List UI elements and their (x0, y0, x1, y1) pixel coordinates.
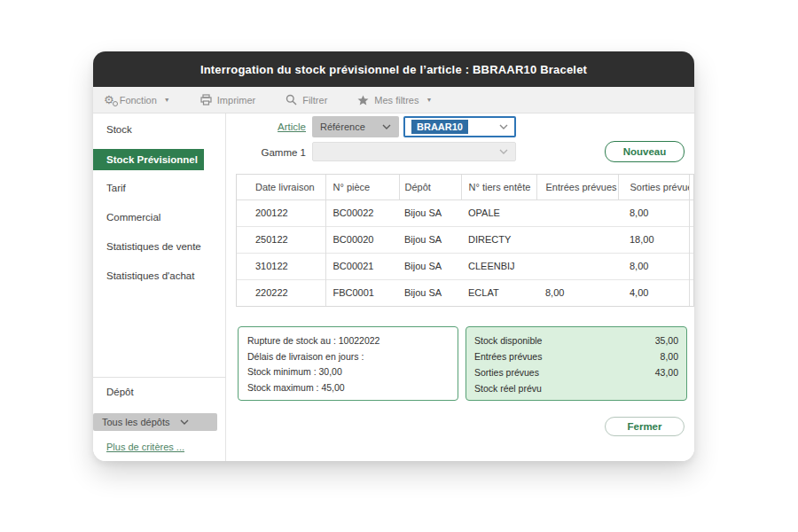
cell-entrees: 8,00 (536, 279, 618, 306)
stock-maximum-line: Stock maximum : 45,00 (247, 380, 449, 396)
depot-selector-value: Tous les dépôts (102, 417, 169, 427)
mes-filtres-label: Mes filtres (374, 95, 419, 106)
article-link[interactable]: Article (226, 121, 306, 132)
stock-reel-prevu-label: Stock réel prévu (474, 380, 542, 396)
star-icon (357, 95, 369, 106)
sidebar-item-stock-previsionnel[interactable]: Stock Prévisionnel (93, 149, 204, 170)
article-combobox-value: BRAAR10 (411, 120, 468, 134)
sorties-prevues-label: Sorties prévues (474, 364, 539, 380)
gamme-label: Gamme 1 (226, 147, 306, 158)
cell-piece: BC00020 (325, 226, 399, 253)
printer-icon (200, 94, 212, 106)
cell-depot: Bijou SA (399, 200, 461, 226)
cell-sorties: 18,00 (618, 226, 689, 253)
col-sorties-prevues[interactable]: Sorties prévues (618, 175, 689, 200)
article-combobox[interactable]: BRAAR10 (403, 116, 516, 137)
cell-depot: Bijou SA (399, 253, 461, 279)
entrees-prevues-label: Entrées prévues (474, 348, 542, 364)
gear-icon: ⚙ (104, 94, 114, 106)
cell-tiers: OPALE (461, 200, 536, 226)
cell-depot: Bijou SA (399, 226, 461, 253)
cell-piece: FBC0001 (325, 279, 399, 306)
table-header-strip (689, 175, 693, 200)
nouveau-button[interactable]: Nouveau (605, 141, 685, 162)
col-date-livraison[interactable]: Date livraison (237, 175, 325, 200)
col-tiers-entete[interactable]: N° tiers entête (461, 175, 536, 200)
chevron-down-icon (499, 124, 508, 129)
cell-strip (689, 200, 693, 226)
stock-disponible-label: Stock disponible (474, 332, 542, 348)
filtrer-button[interactable]: Filtrer (286, 94, 327, 106)
cell-sorties: 8,00 (618, 200, 689, 226)
col-no-piece[interactable]: N° pièce (325, 175, 399, 200)
window-title: Interrogation du stock prévisionnel de l… (200, 63, 587, 76)
sorties-prevues-value: 43,00 (655, 364, 678, 380)
cell-date: 250122 (237, 226, 325, 253)
summary-row: Sorties prévues 43,00 (474, 364, 678, 380)
cell-piece: BC00021 (325, 253, 399, 279)
stock-minimum-line: Stock minimum : 30,00 (247, 364, 449, 380)
gamme-dropdown-disabled (312, 142, 516, 161)
sidebar-nav: Stock Stock Prévisionnel Tarif Commercia… (93, 115, 225, 291)
sidebar-item-stock[interactable]: Stock (93, 115, 225, 145)
window-titlebar: Interrogation du stock prévisionnel de l… (93, 51, 694, 87)
more-criteria-link[interactable]: Plus de critères ... (106, 442, 184, 452)
fermer-button[interactable]: Fermer (605, 417, 685, 436)
stock-disponible-value: 35,00 (655, 332, 678, 348)
content-area: Article Référence BRAAR10 Gamme 1 (226, 113, 694, 461)
cell-entrees (536, 200, 618, 226)
table-row[interactable]: 310122 BC00021 Bijou SA CLEENBIJ 8,00 (237, 253, 693, 279)
delais-livraison-line: Délais de livraison en jours : (247, 349, 449, 365)
sidebar-item-statistiques-achat[interactable]: Statistiques d'achat (93, 262, 225, 291)
stock-query-window: Interrogation du stock prévisionnel de l… (93, 51, 694, 461)
fonction-menu[interactable]: ⚙ Fonction ▼ (104, 94, 170, 106)
depot-section: Dépôt Tous les dépôts Plus de critères .… (93, 377, 225, 454)
table-row[interactable]: 250122 BC00020 Bijou SA DIRECTY 18,00 (237, 226, 693, 253)
cell-sorties: 4,00 (618, 279, 689, 306)
sidebar-item-commercial[interactable]: Commercial (93, 203, 225, 232)
page: Interrogation du stock prévisionnel de l… (0, 0, 798, 532)
cell-tiers: CLEENBIJ (461, 253, 536, 279)
search-by-dropdown[interactable]: Référence (312, 116, 399, 137)
cell-date: 310122 (237, 253, 325, 279)
caret-down-icon: ▼ (426, 97, 432, 103)
search-icon (286, 94, 297, 106)
toolbar: ⚙ Fonction ▼ Imprimer Filtrer (93, 87, 694, 113)
search-by-value: Référence (320, 121, 365, 132)
filtrer-label: Filtrer (302, 95, 327, 106)
cell-tiers: DIRECTY (461, 226, 536, 253)
cell-strip (689, 226, 693, 253)
cell-entrees (536, 226, 618, 253)
cell-date: 200122 (237, 200, 325, 226)
summary-row: Entrées prévues 8,00 (474, 348, 678, 364)
cell-depot: Bijou SA (399, 279, 461, 306)
cell-entrees (536, 253, 618, 279)
chevron-down-icon (180, 419, 189, 425)
sidebar-item-statistiques-vente[interactable]: Statistiques de vente (93, 232, 225, 262)
cell-date: 220222 (237, 279, 325, 306)
imprimer-button[interactable]: Imprimer (200, 94, 255, 106)
chevron-down-icon (499, 149, 508, 154)
stock-info-box: Rupture de stock au : 10022022 Délais de… (238, 326, 458, 401)
main-area: Stock Stock Prévisionnel Tarif Commercia… (93, 113, 694, 461)
table-row[interactable]: 220222 FBC0001 Bijou SA ECLAT 8,00 4,00 (237, 279, 693, 306)
chevron-down-icon (382, 124, 391, 129)
fonction-label: Fonction (120, 95, 157, 106)
depot-title: Dépôt (93, 378, 225, 397)
delivery-table: Date livraison N° pièce Dépôt N° tiers e… (236, 174, 694, 307)
table-header-row: Date livraison N° pièce Dépôt N° tiers e… (237, 175, 693, 200)
depot-selector[interactable]: Tous les dépôts (93, 413, 217, 431)
cell-piece: BC00022 (325, 200, 399, 226)
sidebar-item-tarif[interactable]: Tarif (93, 174, 225, 203)
col-entrees-prevues[interactable]: Entrées prévues (536, 175, 618, 200)
rupture-stock-line: Rupture de stock au : 10022022 (247, 333, 449, 349)
cell-sorties: 8,00 (618, 253, 689, 279)
cell-tiers: ECLAT (461, 279, 536, 306)
cell-strip (689, 253, 693, 279)
mes-filtres-menu[interactable]: Mes filtres ▼ (357, 95, 432, 106)
cell-strip (689, 279, 693, 306)
summary-row: Stock disponible 35,00 (474, 332, 678, 348)
col-depot[interactable]: Dépôt (399, 175, 461, 200)
table-row[interactable]: 200122 BC00022 Bijou SA OPALE 8,00 (237, 200, 693, 226)
stock-summary-box: Stock disponible 35,00 Entrées prévues 8… (466, 326, 687, 401)
